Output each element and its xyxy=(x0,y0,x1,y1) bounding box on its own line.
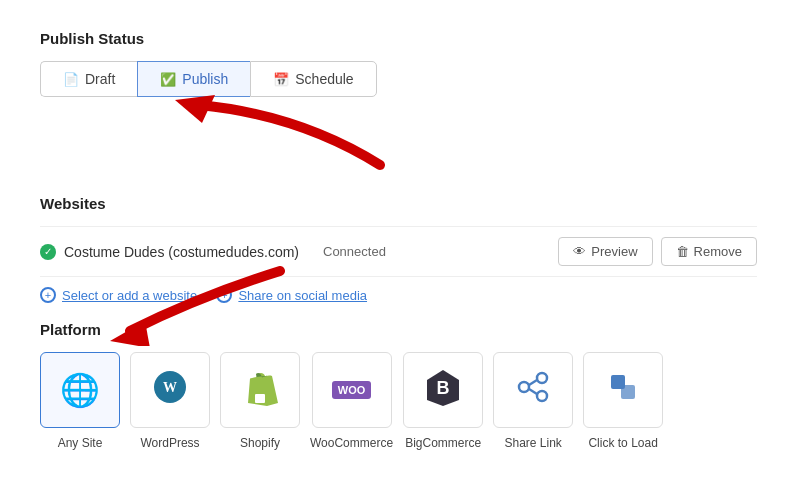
click-to-load-icon-box xyxy=(583,352,663,428)
platform-arrow-svg xyxy=(100,266,300,346)
svg-text:W: W xyxy=(163,380,177,395)
publish-arrow-svg xyxy=(120,95,400,185)
platform-item-shopify[interactable]: Shopify xyxy=(220,352,300,450)
any-site-label: Any Site xyxy=(58,436,103,450)
svg-point-7 xyxy=(537,373,547,383)
woocommerce-icon-box: WOO xyxy=(312,352,392,428)
platform-item-wordpress[interactable]: W WordPress xyxy=(130,352,210,450)
bigcommerce-icon: B xyxy=(425,368,461,412)
website-info: ✓ Costume Dudes (costumedudes.com) Conne… xyxy=(40,244,558,260)
platform-item-bigcommerce[interactable]: B BigCommerce xyxy=(403,352,483,450)
schedule-button[interactable]: 📅 Schedule xyxy=(250,61,376,97)
share-link-icon xyxy=(516,370,550,411)
wordpress-label: WordPress xyxy=(140,436,199,450)
shopify-icon xyxy=(242,368,278,412)
globe-icon: 🌐 xyxy=(60,371,100,409)
svg-point-8 xyxy=(519,382,529,392)
draft-button[interactable]: 📄 Draft xyxy=(40,61,137,97)
remove-button[interactable]: 🗑 Remove xyxy=(661,237,757,266)
svg-rect-13 xyxy=(621,385,635,399)
wordpress-icon: W xyxy=(152,369,188,412)
website-name: Costume Dudes (costumedudes.com) xyxy=(64,244,299,260)
publish-status-title: Publish Status xyxy=(40,30,757,47)
preview-button[interactable]: 👁 Preview xyxy=(558,237,652,266)
platform-item-click-to-load[interactable]: Click to Load xyxy=(583,352,663,450)
connected-indicator: ✓ xyxy=(40,244,56,260)
click-to-load-label: Click to Load xyxy=(588,436,657,450)
connected-badge: Connected xyxy=(323,244,386,259)
website-actions: 👁 Preview 🗑 Remove xyxy=(558,237,757,266)
websites-title: Websites xyxy=(40,195,757,212)
publish-status-section: Publish Status 📄 Draft ✅ Publish 📅 Sched… xyxy=(40,30,757,185)
svg-marker-1 xyxy=(110,321,150,346)
draft-icon: 📄 xyxy=(63,72,79,87)
eye-icon: 👁 xyxy=(573,244,586,259)
platform-section: Platform 🌐 Any Site W xyxy=(40,321,757,450)
platform-title-wrapper: Platform xyxy=(40,321,757,352)
svg-point-9 xyxy=(537,391,547,401)
share-link-label: Share Link xyxy=(504,436,561,450)
publish-button[interactable]: ✅ Publish xyxy=(137,61,250,97)
add-website-icon: + xyxy=(40,287,56,303)
platform-item-share-link[interactable]: Share Link xyxy=(493,352,573,450)
share-link-icon-box xyxy=(493,352,573,428)
woocommerce-label: WooCommerce xyxy=(310,436,393,450)
shopify-label: Shopify xyxy=(240,436,280,450)
platform-grid: 🌐 Any Site W WordPress xyxy=(40,352,757,450)
svg-line-10 xyxy=(529,380,537,385)
any-site-icon-box: 🌐 xyxy=(40,352,120,428)
click-to-load-icon xyxy=(606,370,640,411)
schedule-icon: 📅 xyxy=(273,72,289,87)
publish-status-buttons: 📄 Draft ✅ Publish 📅 Schedule xyxy=(40,61,757,97)
shopify-icon-box xyxy=(220,352,300,428)
trash-icon: 🗑 xyxy=(676,244,689,259)
platform-title: Platform xyxy=(40,321,101,338)
wordpress-icon-box: W xyxy=(130,352,210,428)
platform-item-any-site[interactable]: 🌐 Any Site xyxy=(40,352,120,450)
platform-item-woocommerce[interactable]: WOO WooCommerce xyxy=(310,352,393,450)
woocommerce-icon: WOO xyxy=(332,381,372,399)
arrow-annotation-1 xyxy=(40,105,757,185)
svg-rect-4 xyxy=(255,394,265,403)
publish-icon: ✅ xyxy=(160,72,176,87)
bigcommerce-icon-box: B xyxy=(403,352,483,428)
svg-text:B: B xyxy=(437,378,450,398)
bigcommerce-label: BigCommerce xyxy=(405,436,481,450)
svg-line-11 xyxy=(529,389,537,394)
